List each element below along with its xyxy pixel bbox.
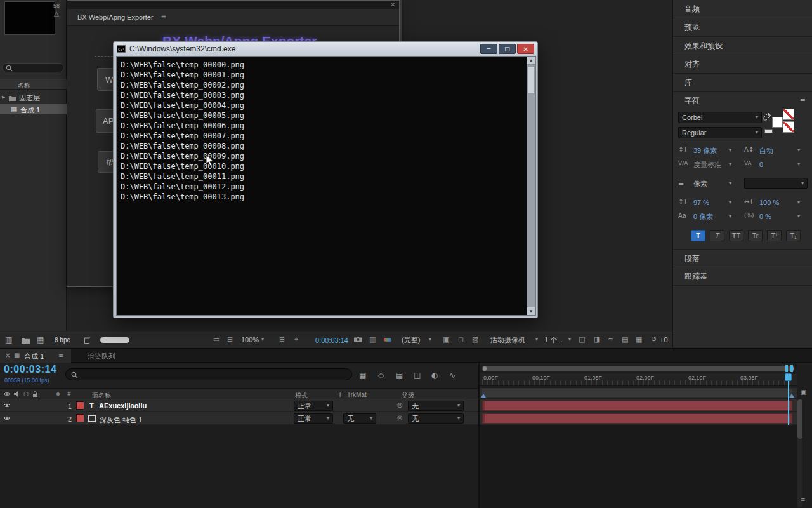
new-composition-icon[interactable]: ▦ (37, 336, 44, 344)
time-ruler[interactable]: 0:00F 00:10F 01:05F 02:00F 02:10F 03:05F (480, 373, 797, 386)
baseline-shift-value[interactable]: 0 像素 (693, 213, 713, 220)
vertical-scale-value[interactable]: 97 % (693, 199, 709, 206)
shy-icon[interactable]: ▤ (396, 371, 403, 379)
caret-icon[interactable]: ▾ (729, 148, 731, 153)
draft-3d-icon[interactable]: ◇ (378, 371, 384, 379)
caret-icon[interactable]: ▾ (568, 337, 571, 342)
kerning-value[interactable]: 度量标准 (693, 161, 721, 168)
scroll-thumb[interactable] (527, 66, 535, 94)
tracking-value[interactable]: 0 (759, 161, 763, 168)
region-of-interest-icon[interactable]: ◻ (458, 336, 464, 343)
caret-icon[interactable]: ▾ (797, 200, 800, 205)
parent-dropdown[interactable]: 无 ▾ (408, 401, 464, 411)
panel-columns-icon[interactable]: ▥ (5, 336, 12, 344)
timeline-options-icon[interactable]: ≡ (801, 497, 806, 503)
close-button[interactable]: × (517, 44, 534, 54)
channel-dropdown[interactable]: (完整) (402, 337, 420, 344)
view-layout-icon[interactable]: ◫ (579, 336, 585, 343)
solo-icon[interactable]: ○ (23, 391, 29, 397)
graph-editor-icon[interactable]: ∿ (449, 371, 455, 379)
trkmat-column-header[interactable]: TrkMat (347, 391, 367, 398)
work-area-span[interactable] (482, 389, 792, 397)
trash-icon[interactable] (84, 337, 90, 344)
scroll-down-button[interactable]: ▼ (527, 307, 535, 315)
zoom-dropdown[interactable]: 100% (241, 337, 259, 344)
color-depth-button[interactable]: 8 bpc (55, 337, 70, 344)
eye-icon[interactable] (3, 403, 11, 408)
transparency-grid-icon[interactable]: ▨ (472, 336, 478, 343)
secondary-display-icon[interactable]: ⊟ (227, 336, 233, 343)
project-search-input[interactable] (2, 63, 64, 72)
panel-tab-tracker[interactable]: 跟踪器 (673, 267, 812, 286)
minimize-button[interactable]: ─ (480, 44, 497, 54)
caret-icon[interactable]: ▾ (429, 337, 431, 342)
grid-guides-icon[interactable]: ⊞ (279, 336, 285, 343)
stroke-color-swatch[interactable] (783, 109, 794, 120)
t-column-header[interactable]: T (338, 391, 342, 398)
source-name-column-header[interactable]: 源名称 (92, 391, 111, 400)
flowchart-button-icon[interactable]: ▦ (636, 336, 642, 343)
tab-composition[interactable]: × ▦ 合成 1 ≡ (0, 349, 71, 363)
layer-name[interactable]: AExuexijiaoliu (99, 402, 147, 410)
comp-item-label[interactable]: 合成 1 (20, 105, 40, 115)
caret-icon[interactable]: ▾ (729, 162, 731, 167)
layer-2-duration-bar[interactable] (482, 413, 792, 424)
layer-in-handle[interactable] (483, 414, 485, 423)
time-navigator[interactable] (482, 366, 794, 371)
fast-preview-icon[interactable]: ≈ (608, 336, 613, 343)
eye-icon[interactable] (3, 415, 11, 421)
channel-icon[interactable] (383, 337, 391, 343)
view-layout-dropdown[interactable]: 1 个... (544, 337, 563, 344)
blend-mode-dropdown[interactable]: 正常 ▾ (294, 413, 333, 424)
faux-bold-button[interactable]: T (691, 230, 705, 241)
mini-flowchart-icon[interactable]: ▦ (359, 371, 366, 379)
work-area-start-marker[interactable] (481, 394, 486, 398)
font-size-value[interactable]: 39 像素 (693, 147, 717, 154)
parent-pickwhip-icon[interactable]: ◎ (397, 415, 403, 421)
cmd-content[interactable]: D:\WEB\false\temp_00000.png D:\WEB\false… (116, 56, 536, 316)
caret-icon[interactable]: ▾ (797, 162, 800, 167)
trkmat-dropdown[interactable]: 无 ▾ (343, 413, 376, 424)
layer-in-handle[interactable] (483, 401, 485, 410)
close-icon[interactable]: × (390, 2, 395, 8)
resolution-icon[interactable]: ▣ (443, 336, 449, 343)
navigator-playhead-tick-2[interactable] (790, 365, 793, 372)
panel-tab-align[interactable]: 对齐 (673, 55, 812, 74)
lock-icon[interactable] (32, 391, 38, 398)
motion-blur-icon[interactable]: ◐ (431, 371, 438, 379)
layer-1-duration-bar[interactable] (482, 401, 792, 411)
panel-tab-preview[interactable]: 预览 (673, 18, 812, 37)
tab-render-queue[interactable]: 渲染队列 (80, 349, 131, 363)
render-queue-tab-label[interactable]: 渲染队列 (88, 352, 115, 361)
panel-tab-audio[interactable]: 音频 (673, 0, 812, 18)
viewer-timecode[interactable]: 0:00:03:14 (315, 337, 348, 344)
safe-areas-icon[interactable]: ⌖ (294, 336, 298, 343)
parent-pickwhip-icon[interactable]: ◎ (397, 402, 403, 408)
project-item-comp-selected[interactable]: ▦ 合成 1 (0, 104, 67, 114)
cmd-scrollbar[interactable]: ▲ ▼ (527, 57, 535, 315)
parent-column-header[interactable]: 父级 (402, 391, 414, 400)
expand-arrow-icon[interactable]: ▶ (2, 95, 5, 100)
stroke-unit-value[interactable]: 像素 (693, 180, 707, 187)
camera-view-dropdown[interactable]: 活动摄像机 (490, 337, 525, 344)
cmd-titlebar[interactable]: C:\ C:\Windows\system32\cmd.exe ─ □ × (114, 42, 537, 56)
fill-bar-swatch[interactable] (764, 129, 773, 133)
playhead-handle[interactable] (785, 373, 792, 381)
caret-icon[interactable]: ▾ (729, 200, 731, 205)
panel-tab-libraries[interactable]: 库 (673, 74, 812, 92)
exposure-reset-icon[interactable]: ↺ (651, 336, 657, 343)
mode-column-header[interactable]: 模式 (295, 391, 308, 400)
layer-row-2[interactable]: 2 深灰色 纯色 1 正常 ▾ 无 ▾ ◎ 无 ▾ (0, 412, 479, 425)
small-caps-button[interactable]: Tr (748, 230, 763, 241)
exposure-value[interactable]: +0 (660, 337, 668, 344)
character-panel-header[interactable]: 字符 ≡ (673, 92, 812, 107)
navigator-playhead-tick[interactable] (785, 365, 788, 372)
index-column-header[interactable]: # (67, 391, 71, 398)
audio-icon[interactable] (14, 391, 20, 397)
eyedropper-icon[interactable] (763, 112, 771, 121)
label-column-icon[interactable]: ◈ (56, 391, 60, 397)
subscript-button[interactable]: T₁ (786, 230, 801, 241)
tsume-value[interactable]: 0 % (759, 213, 771, 220)
caret-icon[interactable]: ▾ (729, 214, 731, 219)
eye-icon[interactable] (3, 391, 11, 397)
